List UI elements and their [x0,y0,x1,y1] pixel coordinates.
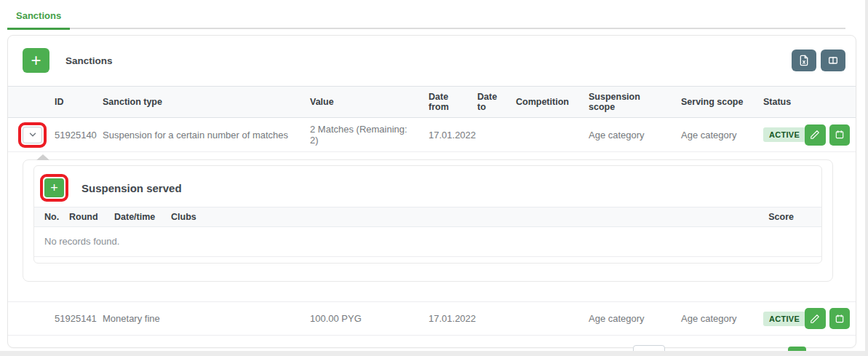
detail-header: + Suspension served [34,166,821,207]
spacer [8,282,856,297]
table-row: 51925141 Monetary fine 100.00 PYG 17.01.… [8,302,856,336]
suspension-served-table: No. Round Date/time Clubs Score No recor… [34,207,821,257]
header-value: Value [301,87,420,118]
export-excel-icon [798,55,810,66]
export-excel-button[interactable] [792,50,816,71]
chevron-down-icon [28,130,38,140]
tab-sanctions[interactable]: Sanctions [7,3,70,30]
cell-date-from: 17.01.2022 [420,118,469,152]
page-background-strip [0,351,868,356]
detail-header-round: Round [69,207,114,227]
suspension-served-card: + Suspension served No. Round Date/time … [33,165,822,264]
cell-sanction-type: Suspension for a certain number of match… [94,118,301,152]
detail-header-no: No. [34,207,69,227]
detail-title: Suspension served [81,182,182,194]
cell-value: 2 Matches (Remaining: 2) [301,118,420,152]
edit-sanction-button[interactable] [805,124,826,146]
header-expander [8,87,46,118]
annotation-highlight: + [44,178,64,197]
header-serving-scope: Serving scope [672,87,754,118]
annotation-highlight [23,127,42,143]
cell-suspension-scope: Age category [580,118,672,152]
cell-serving-scope: Age category [672,302,754,336]
detail-header-row: No. Round Date/time Clubs Score [34,207,821,227]
cell-competition [507,118,580,152]
table-header-row: ID Sanction type Value Date from Date to… [8,87,856,118]
sanctions-table-continued: 51925141 Monetary fine 100.00 PYG 17.01.… [8,301,856,336]
header-competition: Competition [507,87,580,118]
cell-id: 51925141 [46,302,94,336]
detail-header-clubs: Clubs [171,207,756,227]
expand-row-button[interactable] [23,127,42,143]
scrollbar-track[interactable] [865,0,868,356]
no-records-text: No records found. [34,227,821,257]
suspension-calendar-button[interactable] [829,308,851,329]
detail-caret [36,154,49,160]
calendar-icon [835,314,845,324]
header-date-from: Date from [420,87,469,118]
add-sanction-button[interactable]: + [23,48,49,73]
pencil-icon [810,130,820,140]
table-row: 51925140 Suspension for a certain number… [8,118,856,152]
detail-header-datetime: Date/time [114,207,171,227]
sanctions-panel: + Sanctions [7,35,856,348]
header-date-to: Date to [469,87,507,118]
add-suspension-served-button[interactable]: + [44,178,64,197]
header-suspension-scope: Suspension scope [580,87,672,118]
cell-id: 51925140 [46,118,94,152]
panel-header: + Sanctions [8,36,856,82]
status-badge: ACTIVE [763,127,805,142]
edit-sanction-button[interactable] [805,308,826,329]
panel-title: Sanctions [65,55,113,66]
cell-value: 100.00 PYG [301,302,420,336]
detail-header-score: Score [756,207,821,227]
calendar-icon [835,130,845,140]
cell-sanction-type: Monetary fine [94,302,301,336]
tab-bar: Sanctions [7,0,845,29]
cell-serving-scope: Age category [672,118,754,152]
cell-competition [507,302,580,336]
header-id: ID [46,87,94,118]
header-actions [796,87,856,118]
header-sanction-type: Sanction type [94,87,301,118]
columns-settings-button[interactable] [821,50,845,71]
row-detail-container: + Suspension served No. Round Date/time … [23,159,833,282]
suspension-calendar-button[interactable] [829,124,851,146]
columns-icon [827,55,839,66]
status-badge: ACTIVE [763,312,805,326]
cell-suspension-scope: Age category [580,302,672,336]
header-status: Status [754,87,796,118]
cell-date-from: 17.01.2022 [420,302,469,336]
pencil-icon [810,314,820,324]
detail-empty-row: No records found. [34,227,821,257]
sanctions-table: ID Sanction type Value Date from Date to… [8,86,856,152]
